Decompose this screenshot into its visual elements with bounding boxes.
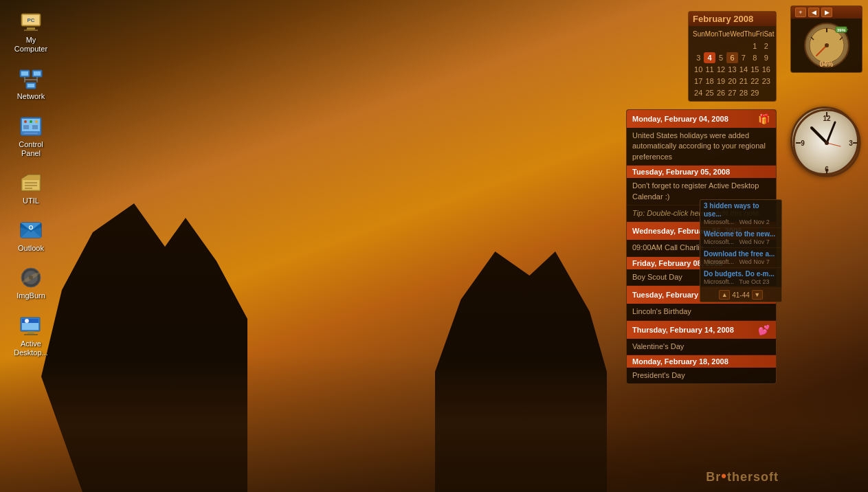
news-panel: 3 hidden ways to use... Microsoft... Wed… xyxy=(700,199,782,302)
gauge-display: 39% 04% xyxy=(803,21,851,69)
desktop-icon-imgburn[interactable]: ImgBurn ImgBurn xyxy=(7,262,55,303)
svg-point-41 xyxy=(25,319,29,323)
news-item-meta: Microsoft... Wed Nov 2 xyxy=(704,219,778,225)
news-item-meta: Microsoft... Wed Nov 7 xyxy=(704,238,778,245)
event-date-text: Monday, February 18, 2008 xyxy=(632,357,728,366)
cal-day xyxy=(738,41,749,52)
svg-rect-8 xyxy=(34,71,41,76)
svg-rect-42 xyxy=(24,334,38,335)
svg-text:PC: PC xyxy=(27,17,34,23)
svg-point-17 xyxy=(24,120,27,123)
svg-rect-43 xyxy=(27,331,34,334)
desktop-icon-control-panel-label: Control Panel xyxy=(10,140,52,158)
svg-point-66 xyxy=(825,141,829,145)
event-content-item[interactable]: Valentine's Day xyxy=(627,339,776,355)
brothersoft-text: Br•thersoft xyxy=(706,470,779,484)
desktop-icon-active-desktop[interactable]: Active Desktop... xyxy=(7,311,55,360)
cal-day[interactable]: 6 xyxy=(726,52,737,63)
svg-rect-20 xyxy=(23,125,29,129)
svg-rect-22 xyxy=(24,133,38,134)
desktop-icon-network-label: Network xyxy=(17,92,45,101)
desktop-icon-my-computer[interactable]: PC My Computer xyxy=(7,7,55,56)
svg-point-50 xyxy=(825,43,829,47)
desktop-icon-outlook-label: Outlook xyxy=(18,244,44,253)
svg-rect-6 xyxy=(21,71,28,76)
cal-day[interactable]: 18 xyxy=(704,76,715,87)
event-date-header[interactable]: Tuesday, February 05, 2008 xyxy=(627,166,776,178)
control-panel-icon xyxy=(19,114,43,139)
cal-day xyxy=(693,41,704,52)
event-date-text: Tuesday, February 05, 2008 xyxy=(632,168,730,176)
cal-day[interactable]: 27 xyxy=(726,87,737,98)
brothersoft-watermark: Br•thersoft xyxy=(706,467,779,485)
cal-day[interactable]: 21 xyxy=(738,76,749,87)
cal-day[interactable]: 7 xyxy=(738,52,749,63)
news-item[interactable]: Download the free a... Microsoft... Wed … xyxy=(700,248,781,268)
cal-day[interactable]: 17 xyxy=(693,76,704,87)
sysmon-add-btn[interactable]: + xyxy=(795,8,806,17)
cal-day[interactable]: 4 xyxy=(704,52,715,63)
event-content-item[interactable]: President's Day xyxy=(627,368,776,384)
desktop-icon-util[interactable]: UTIL xyxy=(7,168,55,208)
event-icon: 🎁 xyxy=(757,112,770,126)
news-item-title: Do budgets. Do e-m... xyxy=(704,270,778,278)
news-prev-btn[interactable]: ▲ xyxy=(719,290,730,300)
desktop-icon-control-panel[interactable]: Control Panel xyxy=(7,111,55,161)
cal-header-mon: Mon xyxy=(705,29,718,39)
news-pagination: ▲ 41-44 ▼ xyxy=(700,288,781,302)
cal-day[interactable]: 16 xyxy=(761,64,772,75)
cal-day[interactable]: 9 xyxy=(761,52,772,63)
outlook-icon: O xyxy=(19,218,43,243)
cal-day[interactable]: 1 xyxy=(749,41,760,52)
svg-rect-21 xyxy=(32,125,38,129)
event-date-header[interactable]: Monday, February 18, 2008 xyxy=(627,355,776,368)
cal-day[interactable]: 10 xyxy=(693,64,704,75)
event-date-header[interactable]: Thursday, February 14, 2008💕 xyxy=(627,321,776,339)
desktop-icon-outlook[interactable]: O Outlook xyxy=(7,215,55,256)
svg-point-19 xyxy=(35,120,38,123)
cal-day[interactable]: 2 xyxy=(761,41,772,52)
calendar-title: February 2008 xyxy=(693,14,753,24)
news-item[interactable]: Do budgets. Do e-m... Microsoft... Tue O… xyxy=(700,268,781,288)
cal-day[interactable]: 19 xyxy=(715,76,726,87)
svg-rect-3 xyxy=(24,30,38,31)
news-item[interactable]: 3 hidden ways to use... Microsoft... Wed… xyxy=(700,200,781,228)
cal-header-fri: Fri xyxy=(756,29,764,39)
svg-text:O: O xyxy=(28,224,33,231)
cal-day[interactable]: 5 xyxy=(715,52,726,63)
news-item[interactable]: Welcome to the new... Microsoft... Wed N… xyxy=(700,228,781,248)
event-icon: 💕 xyxy=(757,323,770,337)
svg-text:6: 6 xyxy=(825,166,829,173)
sysmon-prev-btn[interactable]: ◀ xyxy=(808,8,819,17)
event-content-item[interactable]: United States holidays were added automa… xyxy=(627,128,776,166)
cal-day[interactable]: 29 xyxy=(749,87,760,98)
svg-text:12: 12 xyxy=(823,115,831,122)
event-date-header[interactable]: Monday, February 04, 2008🎁 xyxy=(627,110,776,128)
svg-line-63 xyxy=(812,128,827,143)
cal-day[interactable]: 14 xyxy=(738,64,749,75)
network-icon xyxy=(19,66,43,91)
cal-day[interactable]: 25 xyxy=(704,87,715,98)
cal-day[interactable]: 11 xyxy=(704,64,715,75)
cal-day[interactable]: 22 xyxy=(749,76,760,87)
cal-day[interactable]: 8 xyxy=(749,52,760,63)
cal-day[interactable]: 23 xyxy=(761,76,772,87)
cal-day[interactable]: 28 xyxy=(738,87,749,98)
event-date-text: Thursday, February 14, 2008 xyxy=(632,326,734,334)
cal-day[interactable]: 15 xyxy=(749,64,760,75)
cal-day[interactable]: 3 xyxy=(693,52,704,63)
cal-day[interactable]: 13 xyxy=(726,64,737,75)
cal-day[interactable]: 26 xyxy=(715,87,726,98)
cal-day[interactable]: 12 xyxy=(715,64,726,75)
event-content-item[interactable]: Lincoln's Birthday xyxy=(627,304,776,320)
sysmon-next-btn[interactable]: ▶ xyxy=(821,8,832,17)
desktop-icon-network[interactable]: Network xyxy=(7,63,55,104)
desktop-icon-imgburn-label: ImgBurn xyxy=(16,291,45,300)
sysmon-gauge: 39% 04% xyxy=(791,19,862,72)
cal-day[interactable]: 24 xyxy=(693,87,704,98)
cal-day[interactable]: 20 xyxy=(726,76,737,87)
news-next-btn[interactable]: ▼ xyxy=(752,290,763,300)
svg-line-65 xyxy=(827,143,841,146)
news-page-label: 41-44 xyxy=(732,291,750,299)
svg-text:39%: 39% xyxy=(836,28,845,32)
